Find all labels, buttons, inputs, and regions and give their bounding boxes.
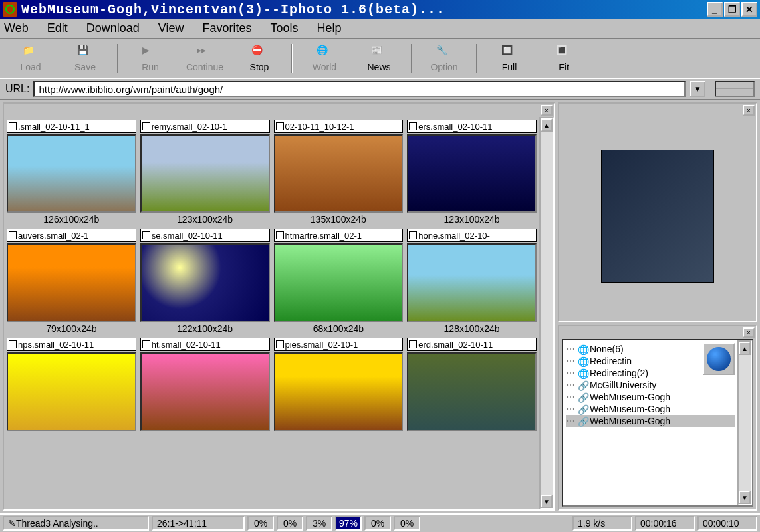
thumbnail-header: 02-10-11_10-12-1 — [274, 120, 404, 133]
scroll-up-button[interactable]: ▲ — [739, 342, 751, 355]
thumbnail[interactable]: htmartre.small_02-1 68x100x24b — [274, 229, 404, 334]
tree-pane: × ⋯🌐None(6)⋯🌐Redirectin⋯🌐Redirecting(2)⋯… — [558, 325, 757, 511]
thumbnail-image[interactable] — [7, 243, 136, 322]
thumbnail-checkbox[interactable] — [9, 122, 17, 130]
thumbnail-checkbox[interactable] — [9, 340, 17, 348]
thumbnails-scrollbar[interactable]: ▲ ▼ — [539, 117, 554, 509]
world-button[interactable]: 🌐World — [299, 41, 350, 76]
status-bar: ✎ Thread3 Analysing.. 26:1->41:11 0%0%3%… — [0, 513, 760, 532]
fit-button[interactable]: 🔳Fit — [539, 41, 589, 76]
scroll-down-button[interactable]: ▼ — [541, 495, 553, 508]
pane-close-button[interactable]: × — [541, 105, 553, 116]
thumbnail-dimensions: 128x100x24b — [407, 323, 537, 334]
scroll-track[interactable] — [541, 132, 553, 495]
thumbnail-checkbox[interactable] — [276, 340, 284, 348]
thumbnail-checkbox[interactable] — [142, 122, 150, 130]
scroll-down-button[interactable]: ▼ — [739, 491, 751, 504]
globe-icon: 🌐 — [578, 344, 587, 354]
menu-help[interactable]: Help — [317, 21, 342, 35]
thumbnail-checkbox[interactable] — [409, 122, 417, 130]
tree-item[interactable]: ⋯🔗WebMuseum-Gogh — [566, 391, 735, 403]
save-button[interactable]: 💾Save — [60, 41, 110, 76]
status-percent: 0% — [394, 516, 420, 531]
thread-icon: ✎ — [8, 518, 16, 529]
menu-tools[interactable]: Tools — [271, 21, 299, 35]
menu-download[interactable]: Download — [86, 21, 140, 35]
thumbnail[interactable]: remy.small_02-10-1 123x100x24b — [140, 120, 270, 225]
tree-item[interactable]: ⋯🔗WebMuseum-Gogh — [566, 403, 735, 415]
stop-button[interactable]: ⛔Stop — [234, 41, 285, 76]
thumbnail-image[interactable] — [407, 243, 537, 322]
minimize-button[interactable]: _ — [707, 2, 723, 17]
thumbnail-image[interactable] — [140, 352, 270, 431]
tree-item-label: McGillUniversity — [590, 380, 656, 390]
thumbnail-checkbox[interactable] — [142, 231, 150, 239]
thumbnail-dimensions: 126x100x24b — [7, 214, 136, 225]
thumbnail-filename: hone.small_02-10- — [418, 231, 490, 241]
full-button[interactable]: 🔲Full — [484, 41, 535, 76]
url-bar: URL: ▼ — [0, 78, 760, 100]
menu-favorites[interactable]: Favorites — [203, 21, 252, 35]
thumbnail[interactable]: nps.small_02-10-11 — [7, 338, 136, 432]
scroll-track[interactable] — [739, 355, 751, 491]
tree-item[interactable]: ⋯🔗McGillUniversity — [566, 379, 735, 391]
thumbnail-checkbox[interactable] — [142, 340, 150, 348]
status-percent: 3% — [306, 516, 332, 531]
close-button[interactable]: ✕ — [741, 2, 757, 17]
thumbnail-image[interactable] — [407, 134, 537, 213]
menu-view[interactable]: View — [158, 21, 184, 35]
thumbnail-image[interactable] — [274, 243, 404, 322]
pane-close-button[interactable]: × — [743, 105, 755, 116]
menu-web[interactable]: Web — [4, 21, 29, 35]
thumbnail-dimensions: 122x100x24b — [140, 323, 270, 334]
thumbnails-pane: × .small_02-10-11_1 126x100x24bremy.smal… — [3, 102, 555, 511]
thumbnail-filename: ers.small_02-10-11 — [418, 122, 492, 132]
url-dropdown-button[interactable]: ▼ — [690, 81, 705, 97]
thumbnail[interactable]: se.small_02-10-11 122x100x24b — [140, 229, 270, 334]
thumbnail[interactable]: ers.small_02-10-11 123x100x24b — [407, 120, 537, 225]
scroll-up-button[interactable]: ▲ — [541, 118, 553, 132]
window-title: WebMuseum-Gogh,Vincentvan(3)--Iphoto 1.6… — [21, 2, 707, 17]
separator — [291, 44, 293, 73]
tree-item[interactable]: ⋯🔗WebMuseum-Gogh — [566, 415, 735, 427]
thumbnail-image[interactable] — [407, 352, 537, 431]
thumbnail-filename: erd.small_02-10-11 — [418, 340, 493, 350]
thumbnail[interactable]: hone.small_02-10- 128x100x24b — [407, 229, 537, 334]
thumbnail-checkbox[interactable] — [409, 231, 417, 239]
url-input[interactable] — [33, 81, 686, 97]
thumbnail-checkbox[interactable] — [409, 340, 417, 348]
thumbnail-image[interactable] — [140, 243, 270, 322]
thumbnail-header: auvers.small_02-1 — [7, 229, 136, 242]
thumbnail[interactable]: erd.small_02-10-11 — [407, 338, 537, 432]
continue-button[interactable]: ▸▸Continue — [180, 41, 230, 76]
thumbnail-image[interactable] — [7, 352, 136, 431]
thumbnail-header: .small_02-10-11_1 — [7, 120, 136, 133]
menu-edit[interactable]: Edit — [47, 21, 68, 35]
thumbnail-checkbox[interactable] — [9, 231, 17, 239]
tree-scrollbar[interactable]: ▲ ▼ — [737, 340, 752, 505]
news-button[interactable]: 📰News — [354, 41, 404, 76]
thumbnail-checkbox[interactable] — [276, 122, 284, 130]
option-button[interactable]: 🔧Option — [419, 41, 469, 76]
thumbnail[interactable]: 02-10-11_10-12-1 135x100x24b — [274, 120, 404, 225]
thumbnail[interactable]: .small_02-10-11_1 126x100x24b — [7, 120, 136, 225]
link-icon: 🔗 — [578, 380, 587, 390]
thumbnail-image[interactable] — [7, 134, 136, 213]
load-icon: 📁 — [23, 45, 39, 61]
thumbnail-image[interactable] — [274, 134, 404, 213]
maximize-button[interactable]: ❐ — [724, 2, 740, 17]
thumbnail[interactable]: auvers.small_02-1 79x100x24b — [7, 229, 136, 334]
thumbnail-image[interactable] — [274, 352, 404, 431]
fit-icon: 🔳 — [556, 45, 572, 61]
thumbnail-checkbox[interactable] — [276, 231, 284, 239]
thumbnail-image[interactable] — [140, 134, 270, 213]
thumbnail-grid: .small_02-10-11_1 126x100x24bremy.small_… — [4, 117, 539, 509]
thumbnail[interactable]: pies.small_02-10-1 — [274, 338, 404, 432]
separator — [476, 44, 477, 73]
load-button[interactable]: 📁Load — [5, 41, 56, 76]
preview-pane: × — [558, 102, 757, 322]
pane-close-button[interactable]: × — [743, 327, 755, 338]
thumbnail[interactable]: ht.small_02-10-11 — [140, 338, 270, 432]
preview-image — [601, 150, 714, 283]
run-button[interactable]: ▶Run — [125, 41, 176, 76]
